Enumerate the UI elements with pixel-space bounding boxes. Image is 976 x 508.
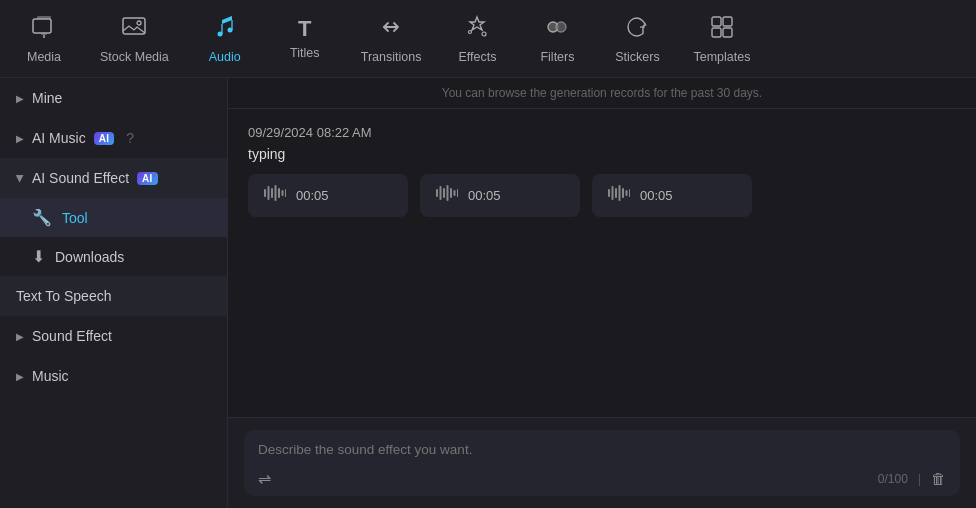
sidebar-item-sound-effect[interactable]: ▶ Sound Effect: [0, 316, 227, 356]
templates-icon: [709, 14, 735, 44]
sidebar-label-ai-music: AI Music: [32, 130, 86, 146]
audio-cards-container: 00:05 00:05: [248, 174, 956, 217]
svg-rect-25: [443, 188, 445, 198]
top-navigation: Media Stock Media Audio T Titles: [0, 0, 976, 78]
svg-rect-23: [436, 189, 438, 197]
sidebar-label-sound-effect: Sound Effect: [32, 328, 112, 344]
content-area: You can browse the generation records fo…: [228, 78, 976, 508]
svg-rect-2: [41, 33, 47, 35]
char-count: 0/100: [878, 472, 908, 486]
svg-rect-0: [33, 19, 51, 33]
svg-point-9: [469, 30, 472, 33]
nav-label-stock-media: Stock Media: [100, 50, 169, 64]
nav-item-media[interactable]: Media: [4, 5, 84, 73]
nav-item-audio[interactable]: Audio: [185, 5, 265, 73]
svg-rect-26: [447, 185, 449, 201]
nav-item-stickers[interactable]: Stickers: [597, 5, 677, 73]
nav-label-effects: Effects: [458, 50, 496, 64]
svg-rect-34: [622, 188, 624, 198]
nav-label-transitions: Transitions: [361, 50, 422, 64]
stickers-icon: [624, 14, 650, 44]
nav-item-stock-media[interactable]: Stock Media: [84, 5, 185, 73]
sidebar-item-mine[interactable]: ▶ Mine: [0, 78, 227, 118]
svg-rect-31: [612, 186, 614, 200]
nav-label-audio: Audio: [209, 50, 241, 64]
svg-rect-15: [723, 28, 732, 37]
svg-rect-18: [271, 188, 273, 198]
tool-icon: 🔧: [32, 208, 52, 227]
nav-item-templates[interactable]: Templates: [677, 5, 766, 73]
transitions-icon: [378, 14, 404, 44]
filters-icon: [544, 14, 570, 44]
svg-point-6: [217, 31, 222, 36]
nav-item-filters[interactable]: Filters: [517, 5, 597, 73]
svg-point-11: [556, 22, 566, 32]
sidebar-label-text-to-speech: Text To Speech: [16, 288, 111, 304]
svg-rect-1: [37, 16, 51, 19]
prompt-footer: ⇌ 0/100 | 🗑: [258, 469, 946, 488]
titles-icon: T: [298, 18, 311, 40]
prompt-input[interactable]: [258, 442, 946, 457]
prompt-area: ⇌ 0/100 | 🗑: [228, 417, 976, 508]
svg-rect-29: [457, 189, 458, 197]
svg-rect-17: [268, 186, 270, 200]
nav-label-stickers: Stickers: [615, 50, 659, 64]
sidebar-item-music[interactable]: ▶ Music: [0, 356, 227, 396]
media-icon: [31, 14, 57, 44]
svg-rect-20: [278, 188, 280, 198]
shuffle-icon[interactable]: ⇌: [258, 469, 271, 488]
svg-rect-13: [723, 17, 732, 26]
sidebar-label-ai-sound-effect: AI Sound Effect: [32, 170, 129, 186]
nav-item-effects[interactable]: Effects: [437, 5, 517, 73]
record-date: 09/29/2024 08:22 AM: [248, 125, 956, 140]
ai-music-info-icon: ?: [126, 130, 134, 146]
sidebar-label-tool: Tool: [62, 210, 88, 226]
audio-card-1-duration: 00:05: [296, 188, 329, 203]
ai-music-badge: AI: [94, 132, 115, 145]
svg-rect-16: [264, 189, 266, 197]
svg-point-7: [227, 27, 232, 32]
record-keyword: typing: [248, 146, 956, 162]
svg-rect-33: [619, 185, 621, 201]
trash-icon[interactable]: 🗑: [931, 470, 946, 487]
audio-card-3[interactable]: 00:05: [592, 174, 752, 217]
svg-rect-24: [440, 186, 442, 200]
audio-card-2[interactable]: 00:05: [420, 174, 580, 217]
sidebar-label-music: Music: [32, 368, 69, 384]
sidebar-sub-item-tool[interactable]: 🔧 Tool: [0, 198, 227, 237]
downloads-icon: ⬇: [32, 247, 45, 266]
sidebar-item-ai-music[interactable]: ▶ AI Music AI ?: [0, 118, 227, 158]
prompt-box: ⇌ 0/100 | 🗑: [244, 430, 960, 496]
sidebar-label-downloads: Downloads: [55, 249, 124, 265]
sidebar-sub-item-downloads[interactable]: ⬇ Downloads: [0, 237, 227, 276]
chevron-ai-music-icon: ▶: [16, 133, 24, 144]
chevron-sound-effect-icon: ▶: [16, 331, 24, 342]
sidebar-label-mine: Mine: [32, 90, 62, 106]
effects-icon: [464, 14, 490, 44]
audio-card-1[interactable]: 00:05: [248, 174, 408, 217]
svg-rect-30: [608, 189, 610, 197]
svg-rect-14: [712, 28, 721, 37]
chevron-music-icon: ▶: [16, 371, 24, 382]
sidebar-item-text-to-speech[interactable]: Text To Speech: [0, 276, 227, 316]
svg-point-8: [482, 32, 486, 36]
svg-rect-22: [285, 189, 286, 197]
nav-label-filters: Filters: [540, 50, 574, 64]
main-area: ▶ Mine ▶ AI Music AI ? ▶ AI Sound Effect…: [0, 78, 976, 508]
sidebar-item-ai-sound-effect[interactable]: ▶ AI Sound Effect AI: [0, 158, 227, 198]
nav-item-titles[interactable]: T Titles: [265, 5, 345, 73]
svg-rect-4: [123, 18, 145, 34]
chevron-ai-sound-effect-icon: ▶: [15, 174, 26, 182]
svg-rect-28: [454, 190, 456, 196]
svg-rect-12: [712, 17, 721, 26]
svg-rect-35: [626, 190, 628, 196]
svg-rect-32: [615, 188, 617, 198]
divider: |: [918, 472, 921, 486]
nav-label-templates: Templates: [693, 50, 750, 64]
nav-label-titles: Titles: [290, 46, 319, 60]
nav-item-transitions[interactable]: Transitions: [345, 5, 438, 73]
waveform-icon-1: [264, 184, 286, 207]
svg-point-5: [137, 21, 141, 25]
audio-card-2-duration: 00:05: [468, 188, 501, 203]
stock-media-icon: [121, 14, 147, 44]
